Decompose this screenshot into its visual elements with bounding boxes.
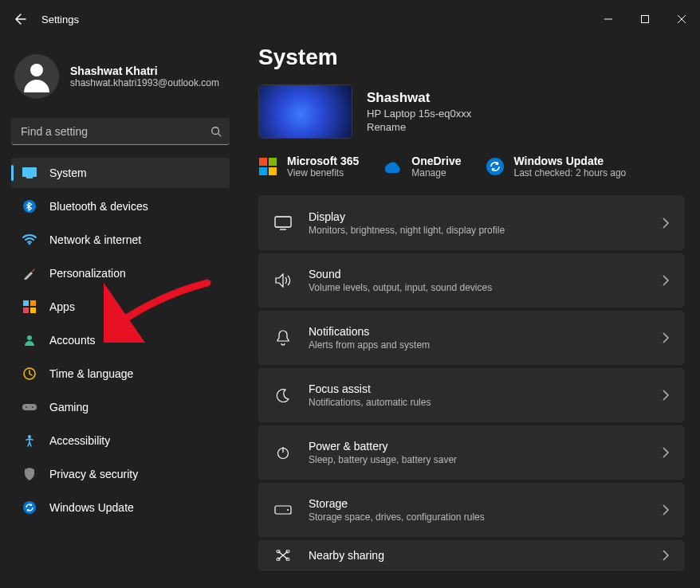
minimize-button[interactable]	[590, 6, 627, 32]
service-onedrive[interactable]: OneDrive Manage	[383, 155, 461, 178]
clock-icon	[22, 367, 37, 381]
search-input[interactable]	[11, 118, 230, 145]
svg-rect-23	[275, 217, 291, 227]
card-title: Notifications	[309, 325, 647, 338]
settings-card-power[interactable]: Power & battery Sleep, battery usage, ba…	[258, 425, 684, 480]
chevron-right-icon	[663, 390, 669, 401]
sidebar-item-privacy[interactable]: Privacy & security	[11, 459, 230, 489]
settings-card-storage[interactable]: Storage Storage space, drives, configura…	[258, 483, 684, 537]
avatar	[14, 54, 59, 99]
service-windows-update[interactable]: Windows Update Last checked: 2 hours ago	[486, 155, 627, 178]
bluetooth-icon	[22, 199, 37, 214]
svg-rect-21	[269, 167, 277, 175]
sidebar-item-label: Gaming	[49, 401, 88, 414]
sidebar-item-label: Personalization	[49, 267, 126, 280]
close-button[interactable]	[663, 6, 700, 32]
update-icon	[22, 500, 37, 515]
close-icon	[678, 15, 686, 23]
microsoft-365-icon	[258, 157, 277, 176]
sidebar-item-windows-update[interactable]: Windows Update	[11, 492, 230, 523]
maximize-button[interactable]	[627, 6, 663, 32]
settings-card-notifications[interactable]: Notifications Alerts from apps and syste…	[258, 311, 684, 365]
card-desc: Sleep, battery usage, battery saver	[309, 454, 647, 465]
display-icon	[273, 214, 293, 233]
device-rename-link[interactable]: Rename	[367, 121, 471, 133]
gaming-icon	[22, 400, 37, 414]
sidebar-item-accounts[interactable]: Accounts	[11, 325, 230, 355]
chevron-right-icon	[663, 275, 669, 286]
chevron-right-icon	[663, 447, 669, 458]
svg-rect-9	[23, 308, 29, 313]
moon-icon	[273, 386, 293, 405]
svg-point-6	[29, 243, 31, 245]
svg-rect-10	[30, 308, 36, 313]
power-icon	[273, 443, 293, 462]
apps-icon	[22, 300, 37, 314]
service-title: OneDrive	[411, 155, 461, 167]
svg-rect-4	[26, 177, 33, 178]
card-title: Power & battery	[309, 440, 647, 453]
avatar-icon	[18, 57, 56, 96]
svg-rect-18	[259, 158, 267, 166]
card-desc: Volume levels, output, input, sound devi…	[309, 282, 647, 293]
chevron-right-icon	[663, 332, 669, 343]
sidebar-item-accessibility[interactable]: Accessibility	[11, 425, 230, 456]
card-desc: Notifications, automatic rules	[309, 397, 647, 408]
svg-point-2	[212, 127, 219, 135]
svg-point-14	[26, 406, 27, 408]
storage-icon	[273, 500, 293, 519]
sidebar-item-label: Accessibility	[49, 434, 110, 447]
bell-icon	[273, 328, 293, 347]
service-title: Windows Update	[514, 155, 627, 167]
search-icon	[210, 126, 222, 137]
sidebar-item-bluetooth[interactable]: Bluetooth & devices	[11, 191, 230, 221]
sidebar: Shashwat Khatri shashwat.khatri1993@outl…	[0, 38, 239, 588]
accessibility-icon	[22, 433, 37, 448]
service-m365[interactable]: Microsoft 365 View benefits	[258, 155, 359, 178]
settings-card-nearby-sharing[interactable]: Nearby sharing	[258, 540, 684, 570]
service-sub: Last checked: 2 hours ago	[514, 167, 627, 178]
wifi-icon	[22, 233, 37, 247]
device-card: Shashwat HP Laptop 15s-eq0xxx Rename	[258, 84, 684, 139]
main-content: System Shashwat HP Laptop 15s-eq0xxx Ren…	[239, 38, 700, 588]
settings-card-display[interactable]: Display Monitors, brightness, night ligh…	[258, 196, 684, 250]
svg-rect-8	[30, 300, 36, 306]
settings-card-sound[interactable]: Sound Volume levels, output, input, soun…	[258, 253, 684, 308]
sidebar-item-network[interactable]: Network & internet	[11, 225, 230, 255]
service-sub: View benefits	[287, 167, 359, 178]
chevron-right-icon	[663, 504, 669, 515]
sidebar-item-apps[interactable]: Apps	[11, 292, 230, 322]
card-title: Storage	[309, 497, 647, 510]
card-desc: Alerts from apps and system	[309, 339, 647, 351]
sidebar-item-time-language[interactable]: Time & language	[11, 359, 230, 389]
svg-rect-3	[22, 167, 37, 177]
shield-icon	[22, 467, 37, 481]
sharing-icon	[273, 546, 293, 565]
svg-point-11	[27, 335, 32, 340]
card-title: Nearby sharing	[309, 549, 647, 562]
settings-card-focus-assist[interactable]: Focus assist Notifications, automatic ru…	[258, 368, 684, 422]
page-title: System	[258, 45, 684, 70]
system-icon	[22, 166, 37, 180]
profile-block[interactable]: Shashwat Khatri shashwat.khatri1993@outl…	[11, 46, 230, 112]
sidebar-item-label: System	[49, 167, 87, 179]
svg-rect-7	[23, 300, 29, 306]
sidebar-item-gaming[interactable]: Gaming	[11, 392, 230, 422]
svg-rect-13	[22, 404, 37, 410]
sidebar-item-label: Network & internet	[49, 233, 141, 246]
service-title: Microsoft 365	[287, 155, 359, 167]
sidebar-item-system[interactable]: System	[11, 158, 230, 188]
chevron-right-icon	[663, 550, 669, 561]
svg-rect-0	[642, 16, 649, 23]
sidebar-item-personalization[interactable]: Personalization	[11, 258, 230, 288]
card-title: Focus assist	[309, 382, 647, 395]
card-desc: Storage space, drives, configuration rul…	[309, 512, 647, 523]
svg-point-15	[32, 406, 33, 408]
sidebar-item-label: Time & language	[49, 367, 133, 380]
card-title: Sound	[309, 268, 647, 280]
back-button[interactable]	[8, 6, 33, 32]
accounts-icon	[22, 333, 37, 347]
onedrive-icon	[383, 157, 402, 176]
svg-point-22	[486, 158, 504, 175]
settings-cards: Display Monitors, brightness, night ligh…	[258, 196, 684, 570]
